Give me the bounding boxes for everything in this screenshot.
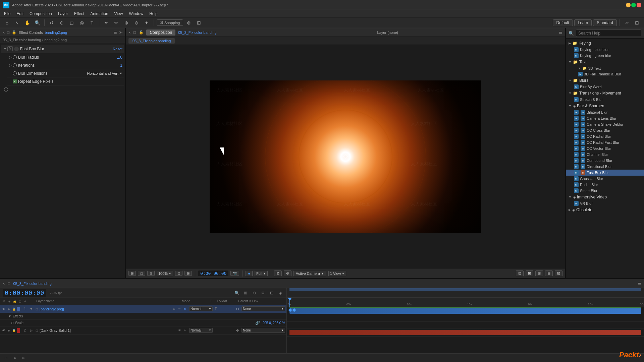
tree-group-blurs[interactable]: ▼ 📁 Blurs — [566, 77, 644, 84]
toggle-hold-keyframe-button[interactable]: ⊕ — [20, 355, 27, 361]
timeline-panel-menu[interactable]: ☰ — [638, 281, 641, 286]
camera-tool[interactable]: ◎ — [77, 18, 86, 27]
item-camera-lens-blur[interactable]: fx fx Camera Lens Blur — [566, 115, 644, 121]
draft-3d-button[interactable]: ⊛ — [260, 290, 266, 296]
item-gaussian-blur[interactable]: fx Gaussian Blur — [566, 176, 644, 182]
eraser-tool[interactable]: ⊘ — [132, 18, 141, 27]
layer-1-scale-value[interactable]: 205.0, 205.0 % — [263, 321, 285, 325]
layer-2-name[interactable]: [Dark Gray Solid 1] — [40, 328, 176, 333]
menu-edit[interactable]: Edit — [14, 11, 26, 17]
blur-radius-arrow[interactable]: ▷ — [8, 55, 13, 60]
viewer-mode-button[interactable]: ◻ — [138, 271, 145, 276]
layer-2-paint-icon[interactable]: ✏ — [182, 328, 187, 333]
tree-subgroup-3d-text[interactable]: ▼ 📁 3D Text — [566, 65, 644, 71]
item-keying-green-blur[interactable]: fx Keying - green blur — [566, 53, 644, 59]
item-compound-blur[interactable]: fx fx Compound Blur — [566, 158, 644, 164]
timeline-close-x[interactable]: × — [3, 282, 5, 286]
repeat-edge-checkbox[interactable]: ✓ — [13, 79, 17, 83]
layer-1-effects-expand[interactable]: ▼ — [8, 314, 11, 318]
puppet-tool[interactable]: ✦ — [142, 18, 151, 27]
item-keying-blue-blur[interactable]: fx Keying - blue blur — [566, 47, 644, 53]
stamp-tool[interactable]: ⊕ — [122, 18, 131, 27]
pen-tool[interactable]: ✒ — [102, 18, 111, 27]
blur-dimensions-stopwatch[interactable] — [13, 71, 17, 75]
home-button[interactable]: ⌂ — [3, 18, 11, 27]
layer-2-align-icon[interactable]: ⊞ — [177, 328, 182, 333]
motion-blur-enable-button[interactable]: ⊙ — [251, 290, 258, 296]
layer-1-eye-button[interactable]: 👁 — [1, 307, 6, 311]
layer-1-mode-dropdown[interactable]: Normal ▼ — [189, 306, 213, 311]
layer-1-align-icon[interactable]: ⊞ — [172, 307, 176, 311]
item-vr-blur[interactable]: fx VR Blur — [566, 200, 644, 206]
comp-close-x[interactable]: × — [128, 31, 130, 35]
reset-button[interactable]: Reset — [113, 47, 122, 51]
menu-animation[interactable]: Animation — [88, 11, 111, 17]
panel-close-x[interactable]: × — [3, 31, 5, 35]
camera-button[interactable]: 📷 — [230, 271, 239, 276]
blur-radius-value[interactable]: 1.0 — [117, 55, 122, 60]
layer-row-2[interactable]: 👁 ◈ 🔒 2 ▷ ◻ [Dark Gray Solid 1] ⊞ ✏ Norm… — [0, 326, 286, 335]
hand-tool[interactable]: ✋ — [23, 18, 32, 27]
menu-layer[interactable]: Layer — [55, 11, 71, 17]
render-queue-button[interactable]: ⊞ — [545, 270, 553, 276]
composition-viewer[interactable]: 人人素材社区 人人素材社区 人人素材社区 人人素材社区 人人素材社区 人人素材社… — [126, 45, 565, 268]
undo-button[interactable]: ↺ — [47, 18, 56, 27]
blur-dimensions-dropdown[interactable]: Horizontal and Vert ▼ — [87, 71, 122, 75]
item-cc-vector-blur[interactable]: fx fx CC Vector Blur — [566, 145, 644, 152]
layer-1-track-bar[interactable] — [289, 308, 641, 314]
zoom-tool[interactable]: 🔍 — [33, 18, 42, 27]
fit-to-frame-button[interactable]: ⊡ — [175, 271, 182, 276]
layer-2-solo-button[interactable]: ◈ — [6, 328, 11, 333]
tree-group-transitions-movement[interactable]: ▼ 📁 Transitions - Movement — [566, 90, 644, 97]
color-channels-button[interactable]: ● — [246, 271, 253, 276]
timecode-display[interactable]: 0:00:00:00 — [198, 270, 228, 276]
panel-menu-icon[interactable]: ☰ — [113, 30, 117, 35]
preview-options-button[interactable]: ⊞ — [535, 270, 543, 276]
magnet-button[interactable]: ⊛ — [184, 18, 193, 27]
item-3d-fall-ramble-blur[interactable]: fx 3D Fall...ramble & Blur — [566, 71, 644, 77]
layer-2-expand-arrow[interactable]: ▷ — [29, 328, 34, 333]
item-cc-radial-fast-blur[interactable]: fx fx CC Radial Fast Blur — [566, 139, 644, 145]
tree-group-obsolete[interactable]: ▶ ◈ Obsolete — [566, 206, 644, 213]
item-radial-blur[interactable]: fx Radial Blur — [566, 182, 644, 188]
item-directional-blur[interactable]: fx fx Directional Blur — [566, 164, 644, 170]
item-camera-shake-deblur[interactable]: fx fx Camera-Shake Deblur — [566, 121, 644, 127]
guide-options-button[interactable]: ⊞ — [526, 270, 533, 276]
workspace-default[interactable]: Default — [553, 19, 573, 26]
menu-composition[interactable]: Composition — [27, 11, 55, 17]
search-input[interactable] — [576, 29, 641, 37]
add-marker-button[interactable]: ◈ — [11, 355, 18, 361]
new-comp-from-sel-button[interactable]: ⊞ — [3, 355, 9, 361]
maximize-button[interactable] — [631, 3, 636, 7]
effect-expand-arrow[interactable]: ▼ — [3, 47, 7, 51]
workspace-standard[interactable]: Standard — [593, 19, 617, 26]
menu-view[interactable]: View — [112, 11, 126, 17]
layer-2-mode-dropdown[interactable]: Normal ▼ — [189, 328, 213, 333]
paint-tool[interactable]: ✏ — [112, 18, 121, 27]
layer-1-expand-arrow[interactable]: ▼ — [29, 307, 34, 311]
minimize-button[interactable] — [626, 3, 631, 7]
layer-row-1[interactable]: 👁 ◈ 🔒 1 ▼ ◻ [banding2.png] ⊞ ✏ fx Normal… — [0, 305, 286, 313]
layer-1-solo-button[interactable]: ◈ — [6, 307, 11, 311]
composition-flowchart-button[interactable]: ⊞ — [128, 271, 136, 276]
tree-group-text[interactable]: ▼ 📁 Text — [566, 59, 644, 65]
iterations-arrow[interactable]: ▷ — [8, 63, 13, 68]
tree-group-blur-sharpen[interactable]: ▼ ◈ Blur & Sharpen — [566, 103, 644, 109]
grid-button[interactable]: ⊞ — [633, 18, 641, 27]
layer-1-parent-dropdown[interactable]: None ▼ — [241, 306, 285, 311]
iterations-stopwatch[interactable] — [13, 63, 17, 67]
always-preview-button[interactable]: ⊡ — [555, 270, 562, 276]
item-channel-blur[interactable]: fx fx Channel Blur — [566, 152, 644, 158]
item-fast-box-blur[interactable]: fx fx Fast Box Blur — [566, 170, 644, 176]
work-area-bar[interactable] — [289, 288, 641, 291]
layer-1-paint-icon[interactable]: ✏ — [177, 307, 182, 311]
blur-radius-stopwatch[interactable] — [13, 55, 17, 59]
transparency-button[interactable]: ⊠ — [274, 270, 282, 276]
zoom-dropdown[interactable]: 100% ▼ — [157, 271, 173, 276]
effect-enable-icon[interactable] — [14, 47, 19, 51]
menu-help[interactable]: Help — [147, 11, 160, 17]
active-camera-dropdown[interactable]: Active Camera ▼ — [293, 271, 326, 276]
item-cc-radial-blur[interactable]: fx fx CC Radial Blur — [566, 133, 644, 139]
menu-window[interactable]: Window — [126, 11, 146, 17]
item-cc-cross-blur[interactable]: fx fx CC Cross Blur — [566, 127, 644, 133]
